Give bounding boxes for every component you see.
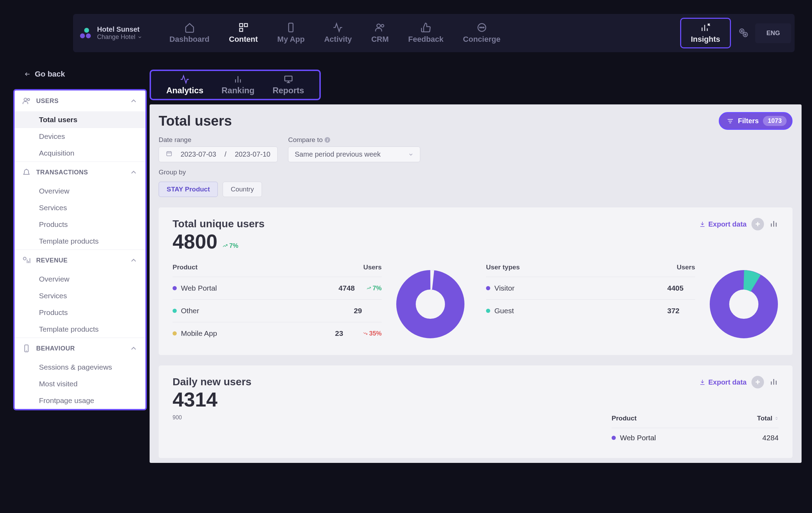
sidebar-section-behaviour[interactable]: BEHAVIOUR — [15, 338, 145, 359]
sidebar-item-rev-overview[interactable]: Overview — [15, 271, 145, 287]
nav-concierge[interactable]: Concierge — [457, 20, 507, 46]
sidebar-item-tx-overview[interactable]: Overview — [15, 183, 145, 199]
chart-type-button[interactable] — [769, 377, 779, 388]
svg-point-8 — [481, 27, 482, 28]
filters-button[interactable]: Filters 1073 — [719, 112, 793, 130]
sidebar-item-total-users[interactable]: Total users — [15, 111, 145, 128]
sidebar-item-tx-products[interactable]: Products — [15, 216, 145, 233]
trend-up-icon — [366, 286, 371, 291]
chevron-down-icon — [137, 35, 142, 40]
col-total-sort[interactable]: Total — [757, 415, 779, 422]
y-axis-tick: 900 — [173, 415, 182, 448]
legend-dot — [173, 286, 177, 290]
row-name: Visitor — [494, 284, 515, 292]
language-button[interactable]: ENG — [755, 23, 791, 43]
card-title: Daily new users — [173, 376, 252, 388]
nav-dashboard[interactable]: Dashboard — [163, 20, 216, 46]
svg-point-10 — [740, 29, 744, 33]
trend-up-icon — [222, 243, 228, 248]
sidebar-item-sessions[interactable]: Sessions & pageviews — [15, 359, 145, 376]
trend-up: 7% — [366, 285, 382, 292]
table-row: Mobile App 23 35% — [173, 322, 382, 345]
gear-icon — [738, 27, 748, 38]
export-data-button[interactable]: Export data — [699, 220, 747, 228]
groupby-stay-product[interactable]: STAY Product — [159, 182, 218, 197]
subtab-analytics[interactable]: Analytics — [157, 74, 213, 95]
sidebar: USERS Total users Devices Acquisition TR… — [13, 89, 147, 410]
activity-icon — [180, 74, 190, 84]
table-row: Web Portal 4748 7% — [173, 277, 382, 299]
sidebar-item-tx-services[interactable]: Services — [15, 199, 145, 216]
svg-rect-0 — [239, 24, 242, 27]
svg-point-17 — [23, 257, 26, 260]
svg-point-12 — [743, 32, 748, 37]
groupby-label: Group by — [159, 168, 793, 176]
groupby-country[interactable]: Country — [223, 182, 262, 197]
nav-myapp[interactable]: My App — [271, 20, 311, 46]
grid-icon — [238, 22, 249, 33]
subtab-ranking[interactable]: Ranking — [213, 74, 264, 95]
sidebar-item-rev-template[interactable]: Template products — [15, 321, 145, 338]
trend-down-icon — [363, 331, 368, 336]
download-icon — [699, 379, 706, 385]
sidebar-section-users[interactable]: USERS — [15, 90, 145, 111]
trend-value: 7% — [229, 242, 238, 250]
chevron-up-icon — [129, 97, 138, 105]
sidebar-item-tx-template[interactable]: Template products — [15, 233, 145, 250]
subtab-label: Analytics — [166, 86, 204, 95]
nav-insights[interactable]: Insights — [680, 18, 731, 48]
sidebar-item-devices[interactable]: Devices — [15, 128, 145, 145]
add-button[interactable]: + — [751, 218, 764, 230]
add-button[interactable]: + — [751, 376, 764, 388]
nav-feedback[interactable]: Feedback — [402, 20, 450, 46]
chart-type-button[interactable] — [769, 219, 779, 230]
filters-count-badge: 1073 — [763, 116, 787, 126]
row-name: Guest — [494, 307, 514, 315]
row-value: 23 — [335, 329, 363, 338]
settings-button[interactable] — [738, 27, 748, 39]
sidebar-item-acquisition[interactable]: Acquisition — [15, 145, 145, 161]
users-icon — [375, 22, 385, 33]
row-value: 372 — [667, 307, 695, 315]
sidebar-item-most-visited[interactable]: Most visited — [15, 376, 145, 392]
date-range-picker[interactable]: 2023-07-03 / 2023-07-10 — [159, 147, 278, 162]
card-daily-new-users: Daily new users 4314 Export data + — [159, 365, 793, 458]
svg-point-15 — [24, 98, 27, 101]
sidebar-section-transactions[interactable]: TRANSACTIONS — [15, 161, 145, 183]
col-product: Product — [173, 263, 363, 271]
subtab-reports[interactable]: Reports — [263, 74, 313, 95]
page-title: Total users — [159, 113, 232, 129]
bar-chart-icon — [769, 377, 779, 386]
nav-crm[interactable]: CRM — [365, 20, 395, 46]
svg-point-11 — [741, 30, 742, 32]
svg-point-13 — [745, 34, 746, 35]
go-back-button[interactable]: Go back — [10, 70, 150, 89]
main-nav: Dashboard Content My App Activity CRM Fe… — [163, 14, 680, 52]
date-sep: / — [224, 150, 226, 158]
sidebar-section-revenue[interactable]: REVENUE — [15, 250, 145, 271]
activity-icon — [333, 22, 343, 33]
compare-select[interactable]: Same period previous week — [288, 147, 420, 162]
nav-content[interactable]: Content — [223, 20, 264, 46]
legend-dot — [486, 309, 490, 313]
nav-activity[interactable]: Activity — [318, 20, 358, 46]
info-icon[interactable]: i — [325, 137, 330, 143]
svg-rect-20 — [285, 76, 292, 81]
brand: Hotel Sunset Change Hotel — [80, 14, 163, 52]
sidebar-item-rev-products[interactable]: Products — [15, 304, 145, 321]
date-from: 2023-07-03 — [181, 150, 216, 158]
chevron-up-icon — [129, 344, 138, 353]
svg-rect-3 — [289, 23, 293, 32]
insights-icon — [700, 22, 711, 33]
chevron-up-icon — [129, 256, 138, 265]
ranking-icon — [233, 74, 243, 84]
sidebar-item-frontpage[interactable]: Frontpage usage — [15, 392, 145, 409]
export-label: Export data — [708, 220, 747, 228]
export-data-button[interactable]: Export data — [699, 378, 747, 386]
card-title: Total unique users — [173, 218, 264, 230]
logo-icon — [80, 28, 91, 38]
svg-point-9 — [483, 27, 484, 28]
change-hotel-button[interactable]: Change Hotel — [97, 33, 142, 41]
sidebar-item-rev-services[interactable]: Services — [15, 287, 145, 304]
content-area: Total users Filters 1073 Date range 2023… — [150, 104, 802, 463]
